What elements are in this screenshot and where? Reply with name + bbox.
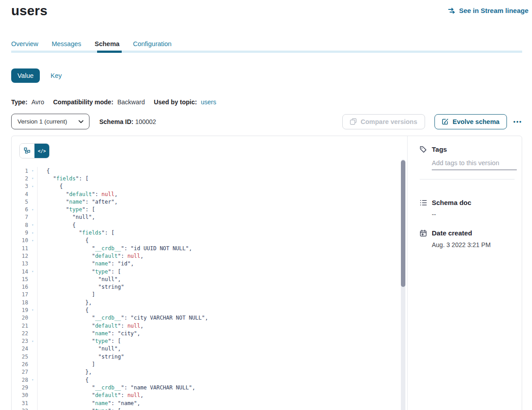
line-number: 12 — [12, 253, 28, 259]
fold-caret-empty — [28, 399, 38, 407]
code-text: }, — [38, 299, 92, 306]
meta-type-label: Type: — [11, 98, 27, 106]
fold-caret-icon[interactable]: ▾ — [28, 237, 38, 244]
code-text: "type": [ — [38, 408, 121, 410]
more-actions-button[interactable]: ••• — [513, 114, 522, 129]
fold-caret-icon[interactable]: ▾ — [28, 268, 38, 275]
meta-compatibility-label: Compatibility mode: — [53, 98, 114, 106]
line-number: 10 — [12, 237, 28, 243]
stream-lineage-label: See in Stream lineage — [459, 7, 528, 14]
fold-caret-empty — [28, 329, 38, 337]
fold-caret-empty — [28, 360, 38, 368]
code-text: "__crdb__": "id UUID NOT NULL", — [38, 245, 192, 252]
line-number: 8 — [12, 222, 28, 228]
code-text: "name": "id", — [38, 261, 134, 267]
code-scrollbar-thumb[interactable] — [401, 160, 405, 287]
line-number: 17 — [12, 291, 28, 298]
code-line: 28▾{ — [12, 376, 399, 384]
line-number: 22 — [12, 330, 28, 337]
code-text: ] — [38, 291, 95, 298]
line-number: 7 — [12, 214, 28, 220]
code-line: 23▾"type": [ — [12, 337, 399, 345]
line-number: 24 — [12, 346, 28, 352]
code-scrollbar-track[interactable] — [401, 159, 405, 410]
line-number: 13 — [12, 261, 28, 267]
tree-view-button[interactable] — [20, 144, 34, 158]
code-text: "string" — [38, 284, 124, 290]
version-controls-row: Version 1 (current) Schema ID: 100002 Co… — [11, 114, 522, 129]
code-text: { — [38, 307, 89, 313]
fold-caret-icon[interactable]: ▾ — [28, 175, 38, 182]
line-number: 5 — [12, 199, 28, 205]
code-text: "name": "city", — [38, 330, 140, 337]
code-line: 31"name": "name", — [12, 399, 399, 407]
schema-id: Schema ID: 100002 — [99, 118, 156, 125]
schema-id-value: 100002 — [135, 118, 156, 125]
code-line: 21"default": null, — [12, 322, 399, 329]
value-toggle-button[interactable]: Value — [11, 68, 40, 83]
code-text: "name": "name", — [38, 400, 140, 406]
schema-info-sidebar: Tags Schema doc -- — [407, 136, 522, 410]
code-line: 20"__crdb__": "city VARCHAR NOT NULL", — [12, 314, 399, 322]
fold-caret-icon[interactable]: ▾ — [28, 376, 38, 384]
key-toggle-link[interactable]: Key — [51, 72, 62, 79]
code-line: 11"__crdb__": "id UUID NOT NULL", — [12, 244, 399, 252]
code-line: 10▾{ — [12, 237, 399, 244]
code-line: 2▾"fields": [ — [12, 175, 399, 182]
code-line: 12"default": null, — [12, 252, 399, 260]
code-line: 32▾"type": [ — [12, 407, 399, 410]
fold-caret-empty — [28, 283, 38, 290]
fold-caret-icon[interactable]: ▾ — [28, 205, 38, 213]
line-number: 30 — [12, 392, 28, 398]
line-number: 2 — [12, 175, 28, 182]
fold-caret-empty — [28, 198, 38, 205]
code-line: 6▾"type": [ — [12, 205, 399, 213]
code-line: 24"null", — [12, 345, 399, 353]
fold-caret-icon[interactable]: ▾ — [28, 407, 38, 410]
fold-caret-icon[interactable]: ▾ — [28, 229, 38, 236]
code-text: { — [38, 237, 89, 243]
code-text: "null", — [38, 276, 121, 282]
fold-caret-empty — [28, 345, 38, 353]
code-view-button[interactable]: </> — [34, 144, 49, 158]
code-line: 3▾{ — [12, 183, 399, 190]
line-number: 21 — [12, 323, 28, 329]
fold-caret-icon[interactable]: ▾ — [28, 221, 38, 229]
meta-topic-link[interactable]: users — [201, 98, 216, 106]
evolve-schema-button[interactable]: Evolve schema — [434, 114, 507, 129]
code-text: "default": null, — [38, 191, 118, 197]
code-line: 30"default": null, — [12, 392, 399, 399]
meta-compatibility: Compatibility mode: Backward — [53, 98, 145, 106]
line-number: 16 — [12, 284, 28, 290]
fold-caret-empty — [28, 299, 38, 306]
evolve-schema-icon — [442, 118, 449, 125]
code-text: { — [38, 222, 76, 228]
line-number: 11 — [12, 245, 28, 252]
fold-caret-icon[interactable]: ▾ — [28, 167, 38, 175]
code-text: "null", — [38, 346, 121, 352]
code-text: { — [38, 183, 63, 189]
line-number: 3 — [12, 183, 28, 189]
fold-caret-empty — [28, 252, 38, 260]
fold-caret-icon[interactable]: ▾ — [28, 306, 38, 314]
code-text: "null", — [38, 214, 95, 220]
fold-caret-icon[interactable]: ▾ — [28, 183, 38, 190]
version-select[interactable]: Version 1 (current) — [11, 114, 89, 129]
compare-versions-button[interactable]: Compare versions — [342, 114, 425, 129]
page-title: users — [11, 3, 47, 18]
code-text: "type": [ — [38, 338, 121, 344]
fold-caret-icon[interactable]: ▾ — [28, 337, 38, 345]
date-created-value: Aug. 3 2022 3:21 PM — [432, 241, 522, 248]
schema-id-label: Schema ID: — [99, 118, 133, 125]
evolve-schema-label: Evolve schema — [453, 118, 500, 125]
add-tags-input[interactable] — [432, 159, 517, 170]
sidebar-content: Tags Schema doc -- — [408, 136, 522, 248]
schema-detail-panel: </> 1▾{2▾"fields": [3▾{4"default": null,… — [11, 136, 522, 410]
stream-lineage-link[interactable]: See in Stream lineage — [448, 7, 528, 14]
code-line: 19▾{ — [12, 306, 399, 314]
code-line: 16"string" — [12, 283, 399, 290]
tree-view-icon — [24, 147, 31, 154]
tags-section-header: Tags — [420, 145, 522, 153]
meta-topic-label: Used by topic: — [154, 98, 197, 106]
code-text: "string" — [38, 354, 124, 360]
